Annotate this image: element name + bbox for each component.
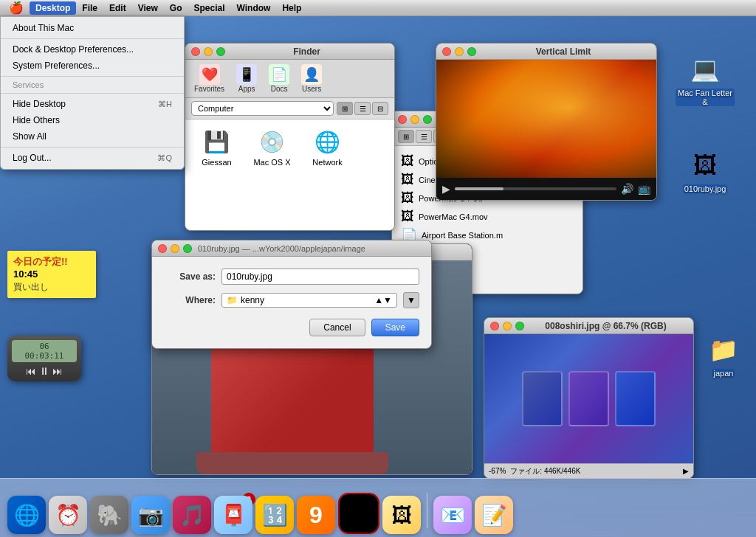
menu-system-preferences[interactable]: System Preferences... xyxy=(1,58,184,74)
dock-item-os9[interactable]: 9 xyxy=(297,496,335,534)
menu-dock-desktop-prefs[interactable]: Dock & Desktop Preferences... xyxy=(1,41,184,58)
dock-item-itunes[interactable]: 🎵 xyxy=(173,496,211,534)
save-dialog-close-btn[interactable] xyxy=(158,244,167,253)
dock-item-clock[interactable]: ⏰ xyxy=(49,496,87,534)
image-zoom-level: -67% xyxy=(489,467,506,475)
save-as-input[interactable] xyxy=(221,268,419,285)
movie-play-btn[interactable]: ▶ xyxy=(442,183,450,195)
dock-item-photos[interactable]: 🖼 xyxy=(382,496,421,534)
movie-max-btn[interactable] xyxy=(467,47,476,56)
finder-window-title: Finder xyxy=(225,46,388,57)
movie-progress-bar[interactable] xyxy=(455,187,616,190)
elephant-icon: 🐘 xyxy=(90,496,128,534)
finder-icon-view-btn[interactable]: ⊞ xyxy=(337,102,353,115)
player-widget: 06 00:03:11 ⏮ ⏸ ⏭ xyxy=(7,336,81,381)
finder-favorites-btn[interactable]: ❤️ Favorites xyxy=(191,63,227,94)
finder2-icon-view[interactable]: ⊞ xyxy=(398,130,414,143)
image-min-btn[interactable] xyxy=(503,322,512,330)
finder-location-select[interactable]: Computer xyxy=(191,101,334,116)
player-next-btn[interactable]: ⏭ xyxy=(52,365,63,377)
finder-apps-btn[interactable]: 📱 Apps xyxy=(233,63,260,94)
finder2-close-btn[interactable] xyxy=(398,115,407,124)
menubar-help[interactable]: Help xyxy=(276,1,307,15)
finder-content: 💾 Giessan 💿 Mac OS X 🌐 Network xyxy=(185,119,394,230)
finder-docs-btn[interactable]: 📄 Docs xyxy=(266,63,292,94)
close-button[interactable] xyxy=(191,47,200,56)
os9-icon: 9 xyxy=(297,496,335,534)
dock-item-elephant[interactable]: 🐘 xyxy=(90,496,128,534)
dock-item-mail2[interactable]: 📧 xyxy=(433,496,472,534)
finder-users-btn[interactable]: 👤 Users xyxy=(298,63,325,94)
desktop-icon-macfan[interactable]: 💻 Mac Fan Letter & xyxy=(676,52,735,106)
minimize-button[interactable] xyxy=(204,47,213,56)
where-expand-btn[interactable]: ▼ xyxy=(403,292,419,308)
finder-item-network[interactable]: 🌐 Network xyxy=(303,127,351,167)
dock-item-iphoto[interactable]: 📷 xyxy=(131,496,170,534)
menu-separator-1 xyxy=(1,38,184,39)
powermac-cu-icon: 🖼 xyxy=(401,190,414,206)
menubar-view[interactable]: View xyxy=(132,1,164,15)
finder-item-giessan[interactable]: 💾 Giessan xyxy=(193,127,241,167)
menubar-window[interactable]: Window xyxy=(231,1,277,15)
menubar-desktop[interactable]: Desktop xyxy=(30,1,76,15)
where-select[interactable]: 📁 kenny ▲▼ xyxy=(221,293,397,308)
desktop-icon-japan[interactable]: 📁 japan xyxy=(694,332,753,378)
network-label: Network xyxy=(312,158,342,167)
menubar-edit[interactable]: Edit xyxy=(103,1,132,15)
menu-separator-3 xyxy=(1,93,184,94)
macfan-icon: 💻 xyxy=(687,52,723,87)
finder2-list-view[interactable]: ☰ xyxy=(416,130,432,143)
image-window: 008oshiri.jpg @ 66.7% (RGB) -67% ファイル: 4… xyxy=(484,317,694,479)
image-statusbar: -67% ファイル: 446K/446K ▶ xyxy=(484,463,693,478)
movie-tv-btn[interactable]: 📺 xyxy=(638,183,650,195)
finder-column-view-btn[interactable]: ⊟ xyxy=(372,102,388,115)
apple-menu[interactable]: 🍎 xyxy=(3,1,30,15)
menu-about-this-mac[interactable]: About This Mac xyxy=(1,20,184,36)
cancel-button[interactable]: Cancel xyxy=(309,319,365,336)
save-dialog-content: Save as: Where: 📁 kenny ▲▼ ▼ Cancel Save xyxy=(152,257,431,348)
movie-min-btn[interactable] xyxy=(455,47,464,56)
save-dialog-max-btn[interactable] xyxy=(183,244,192,253)
cinema-icon: 🖼 xyxy=(401,172,414,187)
player-play-btn[interactable]: ⏸ xyxy=(39,365,49,377)
optical-icon: 🖼 xyxy=(401,153,414,169)
where-value: kenny xyxy=(241,295,264,305)
finder2-max-btn[interactable] xyxy=(423,115,432,124)
movie-volume-btn[interactable]: 🔊 xyxy=(621,183,633,195)
dock-item-eye[interactable]: 👁 xyxy=(338,493,379,534)
movie-close-btn[interactable] xyxy=(442,47,451,56)
dock-item-classic[interactable]: 🔢 xyxy=(255,496,294,534)
clock-icon: ⏰ xyxy=(49,496,87,534)
menu-hide-others[interactable]: Hide Others xyxy=(1,112,184,128)
finder2-min-btn[interactable] xyxy=(410,115,419,124)
menubar-special[interactable]: Special xyxy=(188,1,231,15)
image-nav-btn[interactable]: ▶ xyxy=(683,467,689,475)
menu-hide-desktop[interactable]: Hide Desktop ⌘H xyxy=(1,96,184,112)
network-icon: 🌐 xyxy=(313,127,343,156)
finder2-item-powermac-mov[interactable]: 🖼 PowerMac G4.mov xyxy=(398,207,577,226)
dock-item-mail[interactable]: 3 📮 xyxy=(214,496,252,534)
giessan-label: Giessan xyxy=(202,158,231,167)
finder-item-macosx[interactable]: 💿 Mac OS X xyxy=(248,127,296,167)
menubar-go[interactable]: Go xyxy=(164,1,188,15)
menu-separator-2 xyxy=(1,76,184,77)
save-button[interactable]: Save xyxy=(371,319,419,336)
image-max-btn[interactable] xyxy=(515,322,524,330)
finder-list-view-btn[interactable]: ☰ xyxy=(354,102,371,115)
classic-icon: 🔢 xyxy=(255,496,294,534)
desktop-icon-010ruby[interactable]: 🖼 010ruby.jpg xyxy=(676,148,735,193)
menu-log-out[interactable]: Log Out... ⌘Q xyxy=(1,150,184,166)
dock-item-ie[interactable]: 🌐 xyxy=(7,496,46,534)
dock-item-notes[interactable]: 📝 xyxy=(475,496,513,534)
movie-progress-fill xyxy=(455,187,504,190)
menu-show-all[interactable]: Show All xyxy=(1,128,184,145)
player-prev-btn[interactable]: ⏮ xyxy=(26,365,36,377)
movie-titlebar: Vertical Limit xyxy=(436,44,656,60)
menubar-file[interactable]: File xyxy=(76,1,103,15)
macosx-icon: 💿 xyxy=(258,127,287,156)
save-dialog-titlebar: 010ruby.jpg — ...wYork2000/applejapan/im… xyxy=(152,240,431,257)
ruby-icon: 🖼 xyxy=(687,148,723,183)
maximize-button[interactable] xyxy=(216,47,225,56)
save-dialog-min-btn[interactable] xyxy=(171,244,179,253)
image-close-btn[interactable] xyxy=(490,322,499,330)
